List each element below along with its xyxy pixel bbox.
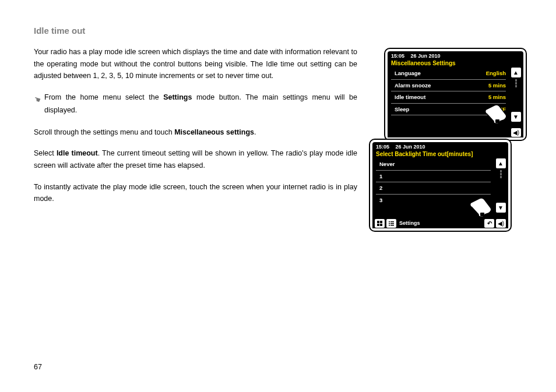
tap-hand-icon <box>467 195 493 218</box>
back-button[interactable]: ↶ <box>484 219 494 228</box>
svg-rect-7 <box>390 221 394 223</box>
page-number: 67 <box>34 363 42 371</box>
text-bold: Settings <box>163 93 192 101</box>
scroll-down-button[interactable]: ▼ <box>496 203 506 213</box>
row-label: Alarm snooze <box>391 82 431 89</box>
text-bold: Miscellaneous settings <box>174 128 254 136</box>
step-text: From the home menu select the Settings m… <box>44 91 357 117</box>
scroll-up-button[interactable]: ▲ <box>511 68 521 77</box>
volume-icon: ◀) <box>513 129 519 136</box>
status-bar: 15:05 26 Jun 2010 <box>372 142 508 150</box>
scroll-up-button[interactable]: ▲ <box>496 158 506 168</box>
svg-rect-1 <box>480 213 484 216</box>
step-item: ☚ From the home menu select the Settings… <box>34 91 357 117</box>
svg-rect-9 <box>390 223 394 224</box>
status-bar: 15:05 26 Jun 2010 <box>388 51 523 59</box>
option-row-1[interactable]: 1 <box>372 171 494 182</box>
screen-title: Select Backlight Time out[minutes] <box>372 150 508 158</box>
text: Select <box>34 149 57 157</box>
paragraph-1: Your radio has a play mode idle screen w… <box>34 46 357 82</box>
pointer-icon: ☚ <box>32 92 43 106</box>
option-row-never[interactable]: Never <box>372 158 494 170</box>
tap-hand-icon <box>483 101 508 125</box>
svg-rect-2 <box>377 221 379 223</box>
text-bold: Idle timeout <box>57 149 98 157</box>
row-label: 3 <box>376 197 382 203</box>
svg-rect-3 <box>380 221 382 223</box>
volume-icon: ◀) <box>498 220 504 227</box>
clock-text: 15:05 <box>391 53 404 59</box>
arrow-up-icon: ▲ <box>498 160 504 167</box>
row-label: 2 <box>376 185 382 191</box>
back-icon: ↶ <box>487 220 492 227</box>
volume-button[interactable]: ◀) <box>496 219 506 228</box>
paragraph-4: To instantly activate the play mode idle… <box>34 181 357 205</box>
svg-rect-5 <box>380 224 382 226</box>
row-value: 5 mins <box>488 94 506 100</box>
home-grid-button[interactable] <box>375 219 385 228</box>
arrow-down-icon: ▼ <box>513 114 519 120</box>
svg-rect-10 <box>389 225 390 226</box>
device-screenshot-misc-settings: 15:05 26 Jun 2010 Miscellaneous Settings… <box>384 48 527 141</box>
row-value: English <box>486 70 506 76</box>
page-title: Idle time out <box>34 26 556 36</box>
svg-rect-8 <box>389 223 390 224</box>
arrow-up-icon: ▲ <box>513 69 519 76</box>
arrow-down-icon: ▼ <box>498 204 504 211</box>
scrollbar[interactable] <box>500 170 502 178</box>
clock-text: 15:05 <box>376 144 389 150</box>
text: Scroll through the settings menu and tou… <box>34 128 174 136</box>
list-icon <box>388 220 395 227</box>
menu-list-button[interactable] <box>386 219 396 228</box>
date-text: 26 Jun 2010 <box>396 144 425 150</box>
text: . <box>254 128 256 136</box>
text: From the home menu select the <box>44 93 163 101</box>
option-row-2[interactable]: 2 <box>372 182 494 194</box>
scroll-down-button[interactable]: ▼ <box>511 112 521 122</box>
svg-rect-6 <box>389 221 390 223</box>
device-screenshot-backlight-timeout: 15:05 26 Jun 2010 Select Backlight Time … <box>369 139 512 232</box>
paragraph-2: Scroll through the settings menu and tou… <box>34 126 357 139</box>
svg-rect-0 <box>495 119 499 123</box>
row-label: 1 <box>376 173 382 179</box>
scrollbar[interactable] <box>515 79 517 87</box>
row-label: Sleep <box>391 106 409 112</box>
screen-title: Miscellaneous Settings <box>388 59 523 68</box>
settings-row-language[interactable]: Language English <box>388 68 509 79</box>
breadcrumb-text: Settings <box>399 220 483 226</box>
svg-rect-4 <box>377 224 379 226</box>
svg-rect-11 <box>390 225 394 226</box>
volume-button[interactable]: ◀) <box>511 128 521 137</box>
settings-row-alarm-snooze[interactable]: Alarm snooze 5 mins <box>388 80 509 91</box>
date-text: 26 Jun 2010 <box>411 53 441 59</box>
row-label: Idle timeout <box>391 94 425 100</box>
row-label: Language <box>391 70 421 76</box>
row-label: Never <box>376 161 395 167</box>
grid-icon <box>376 220 383 227</box>
row-value: 5 mins <box>488 82 506 89</box>
paragraph-3: Select Idle timeout. The current timeout… <box>34 147 357 171</box>
body-column: Your radio has a play mode idle screen w… <box>34 46 357 205</box>
